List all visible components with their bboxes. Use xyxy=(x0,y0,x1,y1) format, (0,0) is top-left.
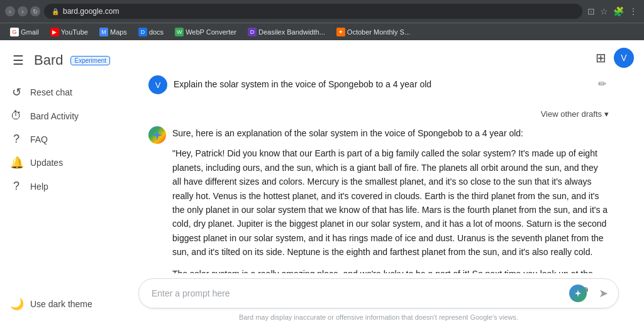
bookmark-october-label: October Monthly S... xyxy=(347,28,410,36)
sidebar-item-help[interactable]: ? Help xyxy=(0,175,108,198)
bard-text-content: Sure, here is an explanation of the sola… xyxy=(172,126,609,273)
lock-icon: 🔒 xyxy=(52,8,59,15)
back-button[interactable]: ‹ xyxy=(5,6,15,16)
bookmark-webp-label: WebP Converter xyxy=(186,28,236,36)
bookmark-maps-label: Maps xyxy=(110,28,127,36)
view-drafts-label: View other drafts xyxy=(541,109,602,119)
sidebar: ☰ Bard Experiment ↺ Reset chat ⏱ Bard Ac… xyxy=(0,40,113,326)
user-message: V Explain the solar system in the voice … xyxy=(123,75,634,94)
main-content: ⊞ V V Explain the solar system in the vo… xyxy=(113,40,644,326)
webp-favicon: W xyxy=(175,28,184,36)
reset-chat-label: Reset chat xyxy=(30,87,72,97)
activity-icon: ⏱ xyxy=(10,109,23,122)
topbar: ⊞ V xyxy=(113,40,644,75)
bookmark-deasilex[interactable]: D Deasilex Bandwidth... xyxy=(243,26,330,38)
deasilex-favicon: D xyxy=(248,28,257,36)
bookmark-youtube-label: YouTube xyxy=(61,28,88,36)
dark-theme-icon: 🌙 xyxy=(10,297,23,311)
send-button[interactable]: ➤ xyxy=(596,284,611,303)
bookmark-youtube[interactable]: ▶ YouTube xyxy=(45,26,93,38)
sidebar-item-updates[interactable]: 🔔 Updates xyxy=(0,151,108,175)
sidebar-item-bard-activity[interactable]: ⏱ Bard Activity xyxy=(0,104,108,128)
input-wrapper: 🎤 ➤ xyxy=(138,278,619,308)
extensions-button[interactable]: 🧩 xyxy=(612,5,625,18)
updates-label: Updates xyxy=(30,158,63,168)
bookmark-october[interactable]: ✦ October Monthly S... xyxy=(331,26,415,38)
dark-theme-label: Use dark theme xyxy=(30,299,92,309)
sidebar-header: ☰ Bard Experiment xyxy=(0,45,113,80)
topbar-right-controls: ⊞ V xyxy=(593,48,634,68)
url-text: bard.google.com xyxy=(63,7,119,16)
maps-favicon: M xyxy=(99,28,108,36)
bard-response-container: View other drafts ▾ xyxy=(148,104,609,273)
menu-dots-button[interactable]: ⋮ xyxy=(628,5,639,18)
chevron-down-icon: ▾ xyxy=(604,109,609,119)
bard-message: Sure, here is an explanation of the sola… xyxy=(148,126,609,273)
reset-icon: ↺ xyxy=(10,85,23,99)
address-bar[interactable]: 🔒 bard.google.com xyxy=(44,4,582,19)
youtube-favicon: ▶ xyxy=(50,28,59,36)
bard-logo-input xyxy=(569,285,587,302)
bard-activity-label: Bard Activity xyxy=(30,111,79,121)
bard-logo-circle xyxy=(569,285,587,302)
view-drafts-button[interactable]: View other drafts ▾ xyxy=(148,104,609,124)
faq-icon: ? xyxy=(10,133,23,146)
user-avatar[interactable]: V xyxy=(614,48,634,68)
docs-favicon: D xyxy=(138,28,147,36)
user-query-text: Explain the solar system in the voice of… xyxy=(174,75,589,91)
bookmark-docs-label: docs xyxy=(149,28,164,36)
help-icon: ? xyxy=(10,180,23,193)
gmail-favicon: G xyxy=(10,28,19,36)
sidebar-bottom: 🌙 Use dark theme xyxy=(0,292,113,321)
faq-label: FAQ xyxy=(30,134,48,144)
edit-message-button[interactable]: ✏ xyxy=(596,75,609,92)
browser-chrome: ‹ › ↻ 🔒 bard.google.com ⊡ ☆ 🧩 ⋮ xyxy=(0,0,644,23)
app-container: ☰ Bard Experiment ↺ Reset chat ⏱ Bard Ac… xyxy=(0,40,644,326)
chat-area[interactable]: V Explain the solar system in the voice … xyxy=(113,75,644,273)
input-area: 🎤 ➤ xyxy=(113,273,644,311)
bard-title: Bard xyxy=(34,52,63,68)
prompt-input[interactable] xyxy=(152,288,567,298)
bookmark-gmail[interactable]: G Gmail xyxy=(5,26,44,38)
user-message-avatar: V xyxy=(148,75,167,94)
bookmark-deasilex-label: Deasilex Bandwidth... xyxy=(258,28,325,36)
bard-sparkle-icon xyxy=(148,126,166,144)
bookmark-maps[interactable]: M Maps xyxy=(94,26,132,38)
grid-apps-button[interactable]: ⊞ xyxy=(593,48,609,68)
october-favicon: ✦ xyxy=(336,28,345,36)
cast-button[interactable]: ⊡ xyxy=(586,5,596,18)
disclaimer-text: Bard may display inaccurate or offensive… xyxy=(113,311,644,326)
browser-nav-controls[interactable]: ‹ › ↻ xyxy=(5,6,40,16)
forward-button[interactable]: › xyxy=(18,6,28,16)
bookmark-webp[interactable]: W WebP Converter xyxy=(170,26,242,38)
reload-button[interactable]: ↻ xyxy=(30,6,40,16)
bookmark-button[interactable]: ☆ xyxy=(599,5,609,18)
sidebar-item-faq[interactable]: ? FAQ xyxy=(0,128,108,151)
bard-intro-text: Sure, here is an explanation of the sola… xyxy=(172,126,609,140)
bookmark-gmail-label: Gmail xyxy=(21,28,39,36)
sidebar-item-dark-theme[interactable]: 🌙 Use dark theme xyxy=(0,292,108,316)
bard-closing-text: The solar system is a really amazing pla… xyxy=(172,267,609,273)
updates-icon: 🔔 xyxy=(10,156,23,170)
bookmark-docs[interactable]: D docs xyxy=(133,26,169,38)
bard-body-text: "Hey, Patrick! Did you know that our Ear… xyxy=(172,146,609,259)
browser-right-controls: ⊡ ☆ 🧩 ⋮ xyxy=(586,5,639,18)
experiment-badge: Experiment xyxy=(70,56,110,65)
hamburger-menu-button[interactable]: ☰ xyxy=(10,50,26,70)
help-label: Help xyxy=(30,182,48,192)
bookmarks-bar: G Gmail ▶ YouTube M Maps D docs W WebP C… xyxy=(0,23,644,40)
sidebar-item-reset-chat[interactable]: ↺ Reset chat xyxy=(0,80,108,104)
